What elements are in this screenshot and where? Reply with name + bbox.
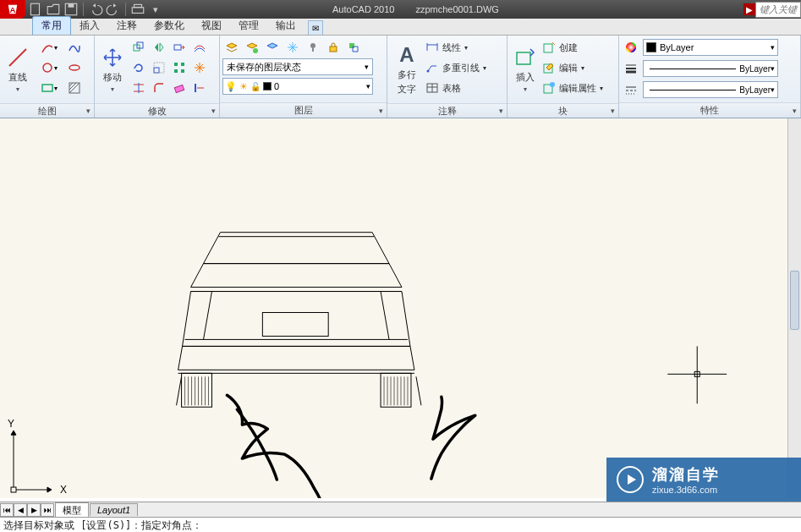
svg-rect-31 xyxy=(312,48,314,52)
block-attrib-button[interactable]: 编辑属性▾ xyxy=(542,79,603,97)
block-edit-button[interactable]: 编辑▾ xyxy=(542,58,603,77)
hatch-tool-icon[interactable] xyxy=(65,79,84,97)
ellipse-tool-icon[interactable] xyxy=(65,58,84,77)
panel-modify: 移动 ▾ 修改▾ xyxy=(95,36,220,118)
multileader-button[interactable]: 多重引线▾ xyxy=(425,58,486,77)
lineweight-combo[interactable]: ByLayer ▾ xyxy=(643,60,778,77)
svg-rect-3 xyxy=(69,3,74,8)
color-combo[interactable]: ByLayer ▾ xyxy=(643,39,778,56)
layout1-tab[interactable]: Layout1 xyxy=(90,503,138,516)
panel-annotation-title[interactable]: 注释▾ xyxy=(387,103,507,118)
svg-rect-4 xyxy=(132,8,144,14)
tab-output[interactable]: 输出 xyxy=(267,17,304,35)
spline-tool-icon[interactable] xyxy=(65,38,84,57)
tab-nav-next-icon[interactable]: ▶ xyxy=(27,503,41,517)
qat-dropdown-icon[interactable]: ▾ xyxy=(148,2,163,17)
panel-layers: 未保存的图层状态 ▾ 💡 ☀ 🔓 0 ▾ 图层▾ xyxy=(220,36,387,118)
panel-modify-title[interactable]: 修改▾ xyxy=(95,103,219,118)
layer-states-icon[interactable] xyxy=(243,38,261,57)
layer-freeze-icon[interactable] xyxy=(283,38,302,57)
linear-dim-button[interactable]: 线性▾ xyxy=(425,38,486,57)
tab-annotate[interactable]: 注释 xyxy=(108,17,145,35)
tab-manage[interactable]: 管理 xyxy=(230,17,267,35)
panel-draw-title[interactable]: 绘图▾ xyxy=(0,103,94,118)
model-tab[interactable]: 模型 xyxy=(55,502,89,518)
qat-redo-icon[interactable] xyxy=(106,2,121,17)
vertical-scrollbar[interactable] xyxy=(787,118,801,498)
linear-dim-icon xyxy=(425,41,439,54)
panel-block-title[interactable]: 块▾ xyxy=(507,103,618,118)
arc-tool-icon[interactable]: ▾ xyxy=(35,38,63,57)
line-button[interactable]: 直线 ▾ xyxy=(3,38,33,101)
svg-rect-32 xyxy=(330,47,337,52)
copy-tool-icon[interactable] xyxy=(129,38,148,57)
qat-save-icon[interactable] xyxy=(63,2,79,17)
rectangle-tool-icon[interactable]: ▾ xyxy=(35,79,63,97)
linetype-combo[interactable]: ByLayer ▾ xyxy=(643,81,778,98)
svg-point-9 xyxy=(69,65,80,70)
lineweight-icon[interactable] xyxy=(622,59,640,78)
move-button[interactable]: 移动 ▾ xyxy=(97,38,128,101)
rotate-tool-icon[interactable] xyxy=(129,58,148,77)
offset-tool-icon[interactable] xyxy=(190,38,209,57)
svg-rect-1 xyxy=(30,3,39,15)
qat-plot-icon[interactable] xyxy=(130,2,145,17)
erase-tool-icon[interactable] xyxy=(170,79,189,97)
layer-state-combo[interactable]: 未保存的图层状态 ▾ xyxy=(222,58,373,75)
tab-insert[interactable]: 插入 xyxy=(71,17,108,35)
insert-label: 插入 xyxy=(516,71,535,84)
move-icon xyxy=(101,46,124,69)
multileader-icon xyxy=(425,61,439,74)
svg-rect-8 xyxy=(42,85,52,91)
tab-nav-last-icon[interactable]: ⏭ xyxy=(41,503,54,517)
linetype-icon[interactable] xyxy=(622,80,640,99)
tab-parametric[interactable]: 参数化 xyxy=(145,17,193,35)
mtext-button[interactable]: A 多行 文字 xyxy=(390,38,424,101)
drawing-canvas[interactable]: X Y xyxy=(0,118,801,498)
qat-new-icon[interactable] xyxy=(28,2,43,17)
insert-block-button[interactable]: 插入 ▾ xyxy=(510,38,540,101)
panel-layers-title[interactable]: 图层▾ xyxy=(220,102,387,118)
qat-open-icon[interactable] xyxy=(46,2,61,17)
layer-iso-icon[interactable] xyxy=(263,38,282,57)
layer-off-icon[interactable] xyxy=(304,38,322,57)
tab-nav-first-icon[interactable]: ⏮ xyxy=(0,503,14,517)
mtext-icon: A xyxy=(395,43,419,67)
svg-rect-59 xyxy=(182,373,212,407)
svg-rect-19 xyxy=(154,68,159,73)
svg-line-12 xyxy=(69,83,76,90)
color-swatch xyxy=(646,42,656,52)
command-line[interactable]: 选择目标对象或 [设置(S)]：指定对角点： xyxy=(0,517,801,532)
panel-properties-title[interactable]: 特性▾ xyxy=(619,102,800,118)
layer-match-icon[interactable] xyxy=(344,38,363,57)
mirror-tool-icon[interactable] xyxy=(150,38,168,57)
qat-undo-icon[interactable] xyxy=(88,2,103,17)
circle-tool-icon[interactable]: ▾ xyxy=(35,58,63,77)
trim-tool-icon[interactable] xyxy=(129,79,148,97)
block-edit-icon xyxy=(542,61,556,74)
table-button[interactable]: 表格 xyxy=(425,79,486,97)
scale-tool-icon[interactable] xyxy=(150,58,168,77)
tab-express-icon[interactable]: ✉ xyxy=(308,20,323,35)
block-create-button[interactable]: 创建 xyxy=(542,38,603,57)
stretch-tool-icon[interactable] xyxy=(170,38,189,57)
layer-properties-icon[interactable] xyxy=(222,38,241,57)
move-label: 移动 xyxy=(103,71,122,84)
ribbon: 直线 ▾ ▾ ▾ ▾ 绘图▾ 移动 ▾ xyxy=(0,36,801,118)
search-input[interactable]: 键入关键 xyxy=(755,2,801,18)
watermark-url: zixue.3d66.com xyxy=(652,485,720,495)
scrollbar-thumb[interactable] xyxy=(790,271,799,330)
tab-home[interactable]: 常用 xyxy=(32,16,71,35)
layer-lock-icon[interactable] xyxy=(324,38,343,57)
array-tool-icon[interactable] xyxy=(170,58,189,77)
tab-view[interactable]: 视图 xyxy=(193,17,230,35)
tab-nav-prev-icon[interactable]: ◀ xyxy=(14,503,27,517)
svg-rect-25 xyxy=(181,69,184,73)
color-wheel-icon[interactable] xyxy=(622,38,640,57)
app-menu-button[interactable]: A xyxy=(0,0,25,19)
extend-tool-icon[interactable] xyxy=(190,79,209,97)
search-arrow-icon[interactable]: ▶ xyxy=(743,3,755,15)
fillet-tool-icon[interactable] xyxy=(150,79,168,97)
layer-combo[interactable]: 💡 ☀ 🔓 0 ▾ xyxy=(222,78,373,95)
explode-tool-icon[interactable] xyxy=(190,58,209,77)
